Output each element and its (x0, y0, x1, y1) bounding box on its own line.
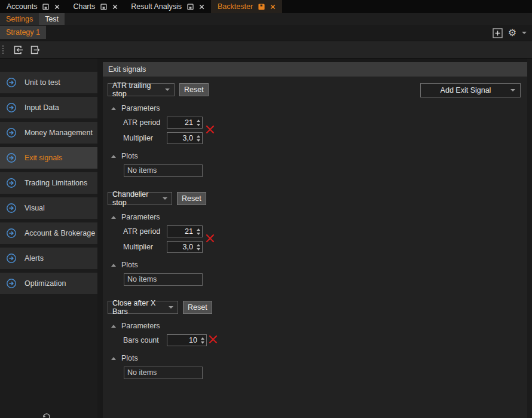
reset-button[interactable]: Reset (183, 301, 212, 314)
parameters-heading: Parameters (121, 104, 160, 112)
tab-settings[interactable]: Settings (0, 13, 39, 25)
spinner-down-button[interactable] (197, 248, 200, 251)
signals-list: ATR trailing stop Reset Parameters (103, 77, 527, 379)
sidebar-item-exit-signals[interactable]: Exit signals (0, 147, 97, 169)
spinner-down-button[interactable] (201, 341, 204, 344)
gear-icon: ⚙ (508, 28, 516, 38)
refresh-icon (42, 412, 51, 418)
sidebar-item-optimization[interactable]: Optimization (0, 273, 97, 294)
content-area: Unit to test Input Data Money Management… (0, 59, 532, 418)
red-x-icon (205, 233, 215, 243)
delete-signal-button[interactable] (205, 124, 215, 136)
save-icon[interactable] (100, 4, 107, 10)
sidebar-item-input-data[interactable]: Input Data (0, 97, 97, 118)
sidebar-item-unit-to-test[interactable]: Unit to test (0, 72, 97, 93)
signal-type-select[interactable]: Close after X Bars (108, 301, 178, 314)
collapse-triangle-icon[interactable] (111, 264, 116, 267)
collapse-triangle-icon[interactable] (111, 357, 116, 360)
chevron-down-icon (163, 197, 167, 200)
sidebar-item-label: Trading Limitations (25, 179, 87, 187)
save-icon[interactable] (258, 4, 265, 10)
tab-label: Backtester (218, 2, 253, 11)
plots-empty-list: No items (124, 367, 203, 379)
bars-count-value: 10 (167, 335, 198, 346)
spinner-down-button[interactable] (197, 233, 200, 235)
multiplier-input[interactable]: 3,0 (167, 241, 203, 253)
sidebar-item-trading-limitations[interactable]: Trading Limitations (0, 172, 97, 194)
sidebar-item-label: Optimization (25, 279, 66, 288)
save-icon[interactable] (42, 4, 49, 10)
delete-signal-button[interactable] (205, 233, 215, 245)
export-button[interactable] (29, 44, 41, 56)
atr-period-input[interactable]: 21 (167, 117, 203, 129)
add-strategy-button[interactable] (493, 28, 503, 38)
tab-test[interactable]: Test (39, 13, 65, 25)
signal-block-close-after-x-bars: Close after X Bars Reset Parameters (108, 301, 527, 379)
gear-dropdown-caret-icon[interactable] (522, 32, 527, 34)
tab-result-analysis[interactable]: Result Analysis (124, 0, 211, 13)
atr-period-value: 21 (167, 117, 194, 128)
spinner-up-button[interactable] (201, 337, 204, 340)
parameters-group: ATR period 21 Multiplier 3,0 (108, 225, 527, 253)
signal-type-select[interactable]: Chandelier stop (108, 192, 172, 205)
tab-charts[interactable]: Charts (66, 0, 124, 13)
sidebar-item-label: Exit signals (25, 154, 62, 162)
close-icon[interactable] (112, 4, 118, 10)
sidebar-item-account-brokerage[interactable]: Account & Brokerage (0, 222, 97, 244)
sidebar-item-label: Account & Brokerage (25, 229, 95, 237)
atr-period-value: 21 (167, 226, 194, 237)
sidebar-item-alerts[interactable]: Alerts (0, 248, 97, 269)
tab-backtester[interactable]: Backtester (211, 0, 282, 13)
spinner-up-button[interactable] (197, 244, 200, 246)
toolbar-grip-handle[interactable] (2, 45, 4, 54)
bars-count-input[interactable]: 10 (167, 334, 207, 346)
no-items-label: No items (127, 368, 157, 377)
plots-empty-list: No items (124, 164, 203, 177)
arrow-circle-icon (6, 253, 17, 264)
tab-accounts[interactable]: Accounts (0, 0, 66, 13)
sidebar-item-money-management[interactable]: Money Management (0, 122, 97, 144)
parameters-heading: Parameters (121, 322, 160, 330)
right-edge (527, 59, 532, 418)
spinner-down-button[interactable] (197, 124, 200, 126)
spinner-up-button[interactable] (197, 120, 200, 122)
chevron-down-icon (165, 89, 170, 91)
signal-type-select[interactable]: ATR trailing stop (108, 83, 175, 96)
multiplier-value: 3,0 (167, 133, 194, 144)
param-label-multiplier: Multiplier (123, 134, 167, 142)
close-icon[interactable] (54, 4, 60, 10)
import-button[interactable] (13, 44, 24, 56)
tab-strategy-1[interactable]: Strategy 1 (0, 26, 46, 39)
no-items-label: No items (127, 166, 157, 175)
atr-period-input[interactable]: 21 (167, 225, 203, 237)
sidebar-item-visual[interactable]: Visual (0, 197, 97, 219)
red-x-icon (205, 124, 215, 135)
spinner-up-button[interactable] (197, 228, 200, 231)
arrow-circle-icon (6, 178, 17, 188)
delete-signal-button[interactable] (208, 334, 218, 346)
reset-button[interactable]: Reset (177, 192, 206, 205)
collapse-triangle-icon[interactable] (111, 107, 116, 110)
close-icon[interactable] (199, 4, 204, 10)
spinner-up-button[interactable] (197, 135, 200, 138)
save-icon[interactable] (187, 4, 194, 10)
signal-type-value: Chandelier stop (112, 190, 163, 207)
plots-heading: Plots (121, 354, 138, 362)
no-items-label: No items (127, 275, 157, 283)
signal-type-value: ATR trailing stop (112, 81, 165, 98)
import-icon (13, 44, 24, 56)
param-label-bars-count: Bars count (123, 336, 167, 344)
reset-button[interactable]: Reset (179, 83, 209, 96)
parameters-group: Bars count 10 (108, 334, 527, 346)
spinner-down-button[interactable] (197, 139, 200, 142)
multiplier-input[interactable]: 3,0 (167, 132, 203, 144)
collapse-triangle-icon[interactable] (111, 216, 116, 219)
strategy-tab-label: Strategy 1 (6, 28, 40, 36)
settings-gear-button[interactable]: ⚙ (508, 28, 516, 38)
close-icon[interactable] (270, 4, 276, 10)
tab-label: Accounts (7, 2, 37, 11)
tab-label: Result Analysis (131, 2, 182, 11)
arrow-circle-icon (6, 77, 17, 88)
collapse-triangle-icon[interactable] (111, 155, 116, 158)
collapse-triangle-icon[interactable] (111, 325, 116, 328)
